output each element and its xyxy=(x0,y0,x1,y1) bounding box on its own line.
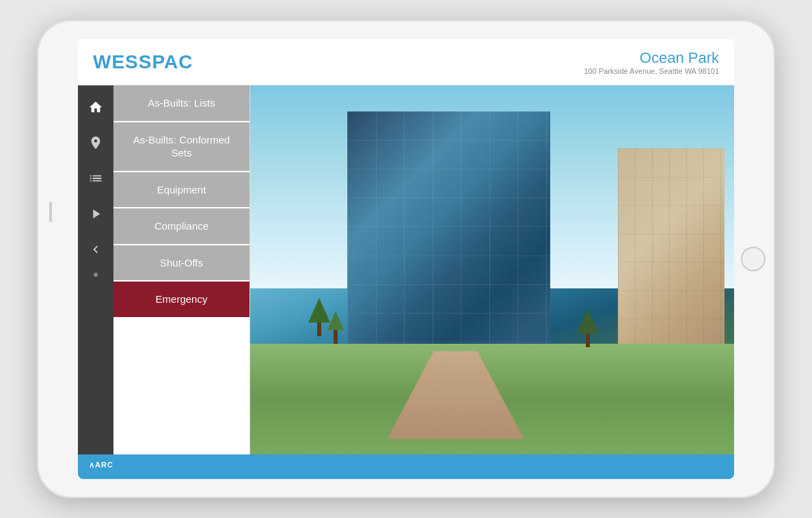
menu-item-as-builts-conformed[interactable]: As-Builts: Conformed Sets xyxy=(113,122,249,172)
menu-item-compliance[interactable]: Compliance xyxy=(113,208,249,245)
menu-item-shut-offs[interactable]: Shut-Offs xyxy=(113,245,249,282)
sidebar-location-icon[interactable] xyxy=(81,128,111,158)
arc-logo-symbol: ∧ xyxy=(89,461,95,469)
menu-item-equipment[interactable]: Equipment xyxy=(113,172,249,209)
right-building xyxy=(618,148,725,351)
footer: ∧ARC xyxy=(78,454,734,479)
tree-1 xyxy=(308,298,330,336)
tree-trunk-3 xyxy=(586,333,590,347)
tree-trunk-1 xyxy=(317,323,321,336)
building-scene xyxy=(250,85,734,454)
app-screen: WESSPAC Ocean Park 100 Parkside Avenue, … xyxy=(78,39,734,479)
sidebar-list-icon[interactable] xyxy=(81,163,111,193)
tree-trunk-2 xyxy=(334,330,338,344)
building-image xyxy=(250,85,734,454)
arc-logo: ∧ARC xyxy=(89,461,113,473)
property-info: Ocean Park 100 Parkside Avenue, Seattle … xyxy=(584,49,719,75)
menu-panel: As-Builts: Lists As-Builts: Conformed Se… xyxy=(113,85,250,454)
tree-2 xyxy=(327,311,344,344)
main-building xyxy=(347,111,550,351)
tablet-frame: WESSPAC Ocean Park 100 Parkside Avenue, … xyxy=(37,20,775,498)
sidebar-home-icon[interactable] xyxy=(81,92,111,122)
main-content: As-Builts: Lists As-Builts: Conformed Se… xyxy=(78,85,734,454)
sidebar-play-icon[interactable] xyxy=(81,199,111,229)
header: WESSPAC Ocean Park 100 Parkside Avenue, … xyxy=(78,39,734,85)
app-logo: WESSPAC xyxy=(93,51,193,73)
tree-top-1 xyxy=(308,298,330,323)
sidebar xyxy=(78,85,113,454)
tree-3 xyxy=(577,309,599,347)
tree-top-3 xyxy=(577,309,599,333)
tree-top-2 xyxy=(327,311,344,330)
sidebar-back-icon[interactable] xyxy=(81,234,111,264)
arc-logo-text: ARC xyxy=(95,461,113,469)
property-address: 100 Parkside Avenue, Seattle WA 98101 xyxy=(584,67,719,75)
menu-item-emergency[interactable]: Emergency xyxy=(113,282,249,318)
menu-item-as-builts-lists[interactable]: As-Builts: Lists xyxy=(113,85,249,122)
property-name: Ocean Park xyxy=(584,49,719,67)
sidebar-indicator xyxy=(94,273,98,277)
